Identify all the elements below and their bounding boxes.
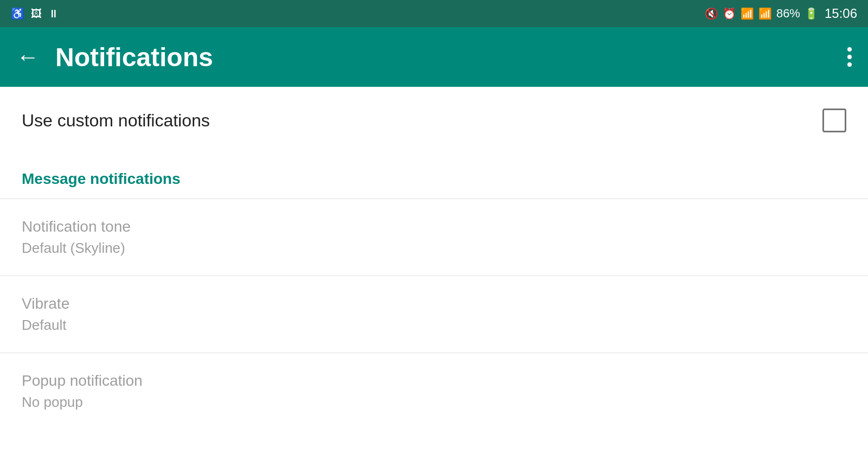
accessibility-icon: ♿ bbox=[11, 7, 24, 20]
notification-tone-row[interactable]: Notification tone Default (Skyline) bbox=[0, 199, 868, 276]
custom-notifications-checkbox[interactable] bbox=[822, 109, 846, 132]
vibrate-row[interactable]: Vibrate Default bbox=[0, 276, 868, 353]
more-dot-3 bbox=[847, 62, 852, 67]
status-time: 15:06 bbox=[825, 6, 857, 21]
back-button[interactable]: ← bbox=[16, 46, 39, 68]
app-bar-left: ← Notifications bbox=[16, 42, 213, 72]
message-notifications-header: Message notifications bbox=[22, 170, 181, 187]
notification-tone-value: Default (Skyline) bbox=[22, 240, 846, 257]
notification-tone-title: Notification tone bbox=[22, 218, 846, 235]
custom-notifications-label: Use custom notifications bbox=[22, 111, 210, 131]
more-options-button[interactable] bbox=[847, 47, 852, 67]
vibrate-value: Default bbox=[22, 317, 846, 334]
settings-content: Use custom notifications Message notific… bbox=[0, 87, 868, 453]
custom-notifications-row[interactable]: Use custom notifications bbox=[0, 87, 868, 154]
image-icon: 🖼 bbox=[31, 8, 42, 20]
vibrate-title: Vibrate bbox=[22, 295, 846, 312]
mute-icon: 🔇 bbox=[705, 7, 718, 20]
pause-icon: ⏸ bbox=[48, 8, 59, 20]
status-bar-left-icons: ♿ 🖼 ⏸ bbox=[11, 7, 59, 20]
message-notifications-section: Message notifications bbox=[0, 154, 868, 199]
more-dot-1 bbox=[847, 47, 852, 52]
page-title: Notifications bbox=[55, 42, 213, 72]
app-bar: ← Notifications bbox=[0, 27, 868, 87]
popup-notification-title: Popup notification bbox=[22, 372, 846, 390]
signal-icon: 📶 bbox=[758, 7, 772, 20]
battery-percentage: 86% bbox=[776, 7, 800, 21]
battery-icon: 🔋 bbox=[805, 7, 818, 20]
status-bar: ♿ 🖼 ⏸ 🔇 ⏰ 📶 📶 86% 🔋 15:06 bbox=[0, 0, 868, 27]
popup-notification-row[interactable]: Popup notification No popup bbox=[0, 353, 868, 430]
alarm-icon: ⏰ bbox=[723, 7, 736, 20]
more-dot-2 bbox=[847, 55, 852, 59]
popup-notification-value: No popup bbox=[22, 394, 846, 411]
status-bar-right-icons: 🔇 ⏰ 📶 📶 86% 🔋 15:06 bbox=[705, 6, 857, 21]
wifi-icon: 📶 bbox=[741, 7, 754, 20]
